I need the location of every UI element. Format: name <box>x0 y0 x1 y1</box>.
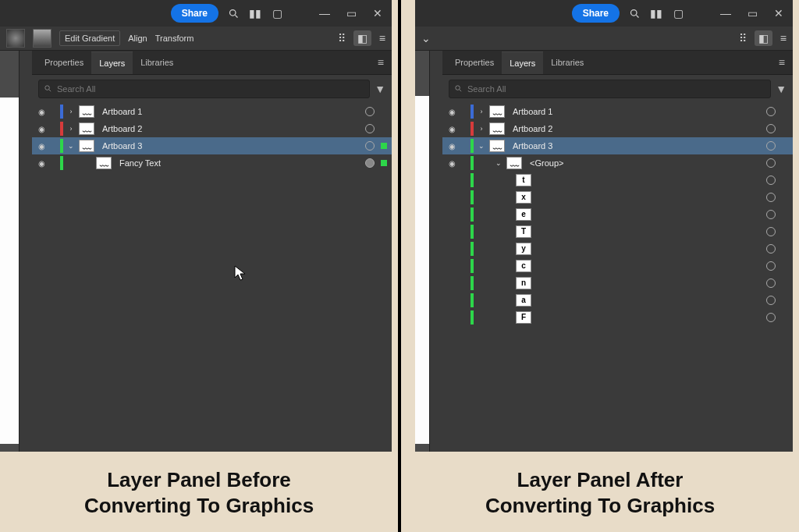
panel-menu-icon[interactable]: ≡ <box>780 32 787 44</box>
target-icon[interactable] <box>766 124 776 133</box>
visibility-toggle[interactable]: ◉ <box>35 108 48 116</box>
layer-row-compound-path[interactable]: t <box>442 172 793 189</box>
close-button[interactable]: ✕ <box>769 7 788 20</box>
target-icon[interactable] <box>766 227 776 236</box>
fill-swatch[interactable] <box>6 29 25 48</box>
layer-row-compound-path[interactable]: c <box>442 257 793 275</box>
layer-row-compound-path[interactable]: y <box>442 240 793 257</box>
close-button[interactable]: ✕ <box>368 7 387 20</box>
stroke-swatch[interactable] <box>33 29 51 48</box>
filter-icon[interactable]: ▼ <box>375 83 385 95</box>
scrollbar[interactable] <box>429 51 442 452</box>
target-icon[interactable] <box>766 158 776 168</box>
panel-flyout-icon[interactable]: ≡ <box>375 56 387 69</box>
visibility-toggle[interactable]: ◉ <box>35 142 48 151</box>
tab-layers[interactable]: Layers <box>502 51 543 74</box>
tab-properties[interactable]: Properties <box>447 51 502 73</box>
visibility-toggle[interactable]: ◉ <box>35 125 48 133</box>
visibility-toggle[interactable]: ◉ <box>446 159 458 168</box>
layer-name[interactable]: <Group> <box>525 158 763 168</box>
visibility-toggle[interactable]: ◉ <box>446 108 458 116</box>
frame-icon[interactable]: ▢ <box>671 6 685 20</box>
visibility-toggle[interactable]: ◉ <box>446 142 458 151</box>
edit-gradient-button[interactable]: Edit Gradient <box>59 30 120 46</box>
target-icon[interactable] <box>766 210 776 219</box>
layer-row-compound-path[interactable]: T <box>442 223 793 240</box>
layer-name[interactable]: Artboard 1 <box>98 107 362 116</box>
target-icon[interactable] <box>766 296 776 305</box>
search-icon[interactable] <box>627 6 641 20</box>
layers-search-input[interactable]: Search All <box>449 80 771 98</box>
layer-row-fancy-text[interactable]: ◉ ﹏ Fancy Text <box>32 154 392 172</box>
back-icon[interactable]: ⌄ <box>421 32 431 44</box>
expand-icon[interactable]: › <box>66 125 76 133</box>
expand-icon[interactable]: › <box>477 108 486 115</box>
expand-icon[interactable]: › <box>66 108 76 115</box>
layer-name[interactable]: Artboard 2 <box>508 124 763 133</box>
layer-row-compound-path[interactable]: x <box>442 189 793 206</box>
layer-row-artboard2[interactable]: ◉ › ﹏ Artboard 2 <box>32 120 392 137</box>
minimize-button[interactable]: — <box>315 7 334 20</box>
layer-row-artboard2[interactable]: ◉ › ﹏ Artboard 2 <box>442 120 793 137</box>
target-icon[interactable] <box>766 244 776 254</box>
target-icon[interactable] <box>766 107 776 116</box>
workspace-switcher-icon[interactable]: ◧ <box>755 30 772 46</box>
layer-row-compound-path[interactable]: e <box>442 206 793 223</box>
canvas[interactable] <box>0 98 19 444</box>
minimize-button[interactable]: — <box>716 7 735 20</box>
essentials-icon[interactable]: ⠿ <box>739 32 747 44</box>
layer-row-compound-path[interactable]: F <box>442 309 793 326</box>
expand-icon[interactable]: › <box>477 125 486 133</box>
essentials-icon[interactable]: ⠿ <box>338 32 346 44</box>
target-icon[interactable] <box>766 278 776 288</box>
search-icon[interactable] <box>226 6 240 20</box>
share-button[interactable]: Share <box>572 4 620 23</box>
search-icon <box>44 84 52 94</box>
target-icon[interactable] <box>766 261 776 271</box>
layer-name[interactable]: Artboard 3 <box>98 141 362 151</box>
target-icon[interactable] <box>766 141 776 151</box>
transform-label[interactable]: Transform <box>155 34 194 43</box>
target-icon[interactable] <box>365 107 375 116</box>
align-label[interactable]: Align <box>128 34 147 43</box>
panel-menu-icon[interactable]: ≡ <box>379 32 385 44</box>
layer-row-group[interactable]: ◉ ⌄ ﹏ <Group> <box>442 154 793 172</box>
visibility-toggle[interactable]: ◉ <box>35 159 48 168</box>
target-icon[interactable] <box>766 176 776 185</box>
collapse-icon[interactable]: ⌄ <box>477 142 486 150</box>
layer-row-artboard1[interactable]: ◉ › ﹏ Artboard 1 <box>32 103 392 120</box>
target-icon[interactable] <box>766 313 776 322</box>
layer-row-artboard1[interactable]: ◉ › ﹏ Artboard 1 <box>442 103 793 120</box>
layer-row-artboard3[interactable]: ◉ ⌄ ﹏ Artboard 3 <box>32 137 392 154</box>
arrange-icon[interactable]: ▮▮ <box>248 6 262 20</box>
arrange-icon[interactable]: ▮▮ <box>649 6 663 20</box>
layer-name[interactable]: Artboard 2 <box>98 124 362 133</box>
collapse-icon[interactable]: ⌄ <box>66 142 76 150</box>
layers-search-input[interactable]: Search All <box>38 80 370 98</box>
tab-layers[interactable]: Layers <box>91 51 133 74</box>
share-button[interactable]: Share <box>171 4 218 23</box>
layer-name[interactable]: Artboard 3 <box>508 141 763 151</box>
target-icon[interactable] <box>365 141 375 151</box>
scrollbar[interactable] <box>19 51 32 452</box>
visibility-toggle[interactable]: ◉ <box>446 125 458 133</box>
tab-libraries[interactable]: Libraries <box>543 51 591 73</box>
layer-name[interactable]: Artboard 1 <box>508 107 763 116</box>
maximize-button[interactable]: ▭ <box>342 7 360 20</box>
target-icon[interactable] <box>365 158 375 168</box>
layer-row-compound-path[interactable]: a <box>442 292 793 309</box>
maximize-button[interactable]: ▭ <box>743 7 762 20</box>
filter-icon[interactable]: ▼ <box>776 83 787 95</box>
canvas[interactable] <box>415 96 429 444</box>
collapse-icon[interactable]: ⌄ <box>494 159 503 167</box>
layer-row-artboard3[interactable]: ◉ ⌄ ﹏ Artboard 3 <box>442 137 793 154</box>
workspace-switcher-icon[interactable]: ◧ <box>353 30 371 46</box>
layer-row-compound-path[interactable]: n <box>442 275 793 292</box>
target-icon[interactable] <box>766 193 776 202</box>
panel-flyout-icon[interactable]: ≡ <box>776 56 788 69</box>
tab-libraries[interactable]: Libraries <box>133 51 181 73</box>
tab-properties[interactable]: Properties <box>37 51 91 73</box>
target-icon[interactable] <box>365 124 375 133</box>
layer-name[interactable]: Fancy Text <box>115 158 362 168</box>
frame-icon[interactable]: ▢ <box>270 6 284 20</box>
